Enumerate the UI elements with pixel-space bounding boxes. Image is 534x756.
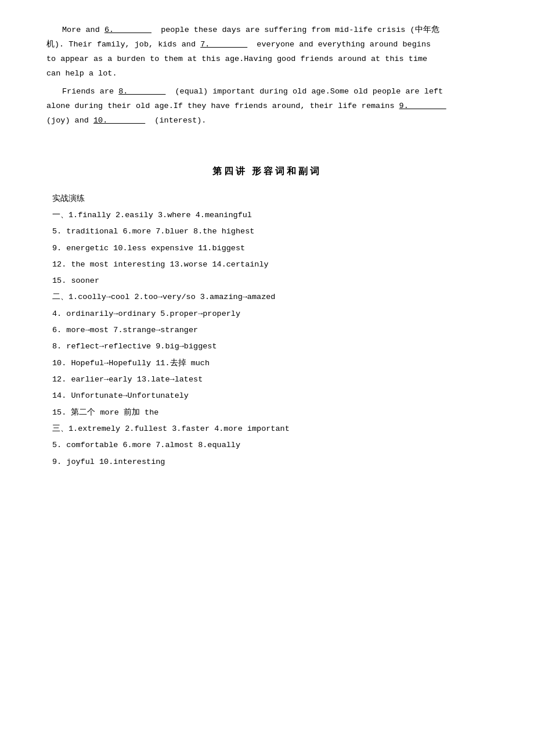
para1: More and 6.________ people these days ar… [46,23,488,81]
subsection1-label: 实战演练 [46,192,488,207]
part1-answer-line2: 5. traditional 6.more 7.bluer 8.the high… [46,224,488,239]
para2: Friends are 8.________ (equal) important… [46,85,488,128]
part2-answer-line6: 12. earlier→early 13.late→latest [46,372,488,387]
passage-section: More and 6.________ people these days ar… [46,23,488,128]
part2-answer-line4: 8. reflect→reflective 9.big→biggest [46,339,488,354]
part2-header: 二、1.coolly→cool 2.too→very/so 3.amazing→… [46,290,488,305]
part1-label: 一、 [52,211,68,219]
part2-answer-line7: 14. Unfortunate→Unfortunately [46,388,488,404]
section-title: 第四讲 形容词和副词 [212,166,322,176]
part1-answer-line3: 9. energetic 10.less expensive 11.bigges… [46,241,488,256]
part3-answer-line2: 5. comfortable 6.more 7.almost 8.equally [46,438,488,453]
part2-label: 二、 [52,293,68,301]
blank-8: 8.________ [118,87,165,96]
part2-answer-line8: 15. 第二个 more 前加 the [46,405,488,420]
part2-answer-line3: 6. more→most 7.strange→stranger [46,323,488,338]
part1-answer-1: 1.finally 2.easily 3.where 4.meaningful [68,211,252,219]
blank-7: 7.________ [200,40,247,49]
part1-answer-line4: 12. the most interesting 13.worse 14.cer… [46,257,488,272]
part1-header: 一、1.finally 2.easily 3.where 4.meaningfu… [46,208,488,223]
part2-answer-1: 1.coolly→cool 2.too→very/so 3.amazing→am… [68,293,275,301]
blank-9: 9.________ [399,102,446,110]
answers-section: 实战演练 一、1.finally 2.easily 3.where 4.mean… [46,192,488,470]
part3-header: 三、1.extremely 2.fullest 3.faster 4.more … [46,422,488,437]
part3-label: 三、 [52,424,68,433]
blank-6: 6.________ [104,26,151,34]
part3-answer-line3: 9. joyful 10.interesting [46,455,488,470]
section-divider: 第四讲 形容词和副词 [46,163,488,180]
part3-answer-1: 1.extremely 2.fullest 3.faster 4.more im… [68,424,290,433]
part2-answer-line2: 4. ordinarily→ordinary 5.proper→properly [46,307,488,322]
blank-10: 10.________ [93,116,145,125]
part2-answer-line5: 10. Hopeful→Hopefully 11.去掉 much [46,356,488,371]
part1-answer-line5: 15. sooner [46,273,488,289]
